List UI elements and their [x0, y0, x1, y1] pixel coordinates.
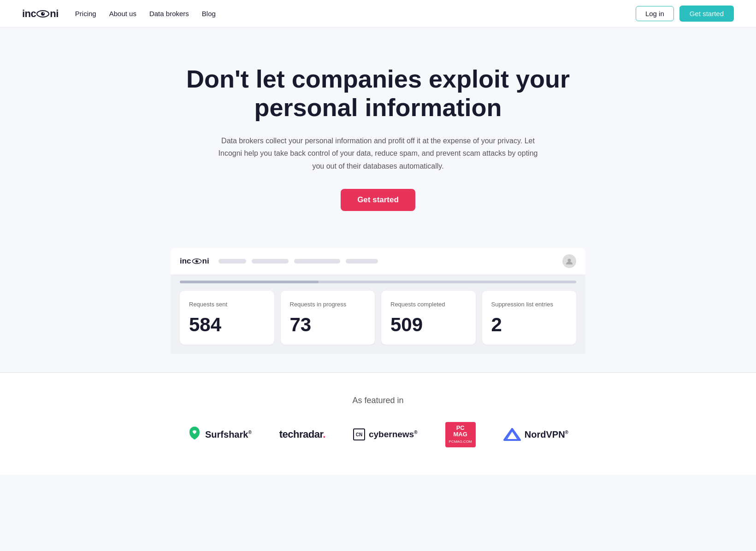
stat-card-progress: Requests in progress 73 [281, 291, 375, 345]
dash-nav-pills [219, 259, 553, 264]
nav-left: inc ni Pricing About us Data brokers Blo… [22, 8, 216, 20]
stat-value-completed: 509 [390, 315, 467, 334]
logo-surfshark: Surfshark® [188, 426, 252, 444]
nav-link-blog[interactable]: Blog [202, 10, 216, 18]
nav-links: Pricing About us Data brokers Blog [75, 10, 216, 18]
hero-cta-button[interactable]: Get started [341, 189, 415, 211]
cybernews-icon: CN [353, 428, 365, 440]
stat-card-completed: Requests completed 509 [381, 291, 476, 345]
nav-link-pricing[interactable]: Pricing [75, 10, 96, 18]
stat-label-progress: Requests in progress [290, 301, 366, 309]
stat-label-sent: Requests sent [189, 301, 265, 309]
stat-value-progress: 73 [290, 315, 366, 334]
techradar-text: techradar. [279, 428, 325, 440]
stat-card-sent: Requests sent 584 [180, 291, 274, 345]
nav-link-brokers[interactable]: Data brokers [149, 10, 189, 18]
dash-pill-3 [294, 259, 340, 264]
hero-title: Don't let companies exploit your persona… [180, 64, 576, 122]
stat-card-suppression: Suppression list entries 2 [482, 291, 577, 345]
logo[interactable]: inc ni [22, 8, 59, 20]
get-started-nav-button[interactable]: Get started [679, 6, 734, 22]
nordvpn-icon [503, 428, 521, 441]
dash-pill-2 [252, 259, 289, 264]
stat-label-completed: Requests completed [390, 301, 467, 309]
surfshark-icon [188, 426, 201, 444]
hero-subtitle: Data brokers collect your personal infor… [212, 135, 544, 172]
hero-section: Don't let companies exploit your persona… [171, 28, 585, 229]
logo-pcmag: PCMAGPCMAG.COM [445, 422, 476, 447]
featured-logos: Surfshark® techradar. CN cybernews® PCMA… [9, 422, 747, 447]
stat-label-suppression: Suppression list entries [491, 301, 567, 309]
dash-pill-4 [346, 259, 378, 264]
featured-title: As featured in [9, 396, 747, 405]
dash-pill-1 [219, 259, 246, 264]
nordvpn-text: NordVPN® [525, 429, 568, 440]
main-nav: inc ni Pricing About us Data brokers Blo… [0, 0, 756, 28]
svg-point-4 [195, 260, 198, 263]
logo-cybernews: CN cybernews® [353, 428, 418, 440]
logo-nordvpn: NordVPN® [503, 428, 568, 441]
pcmag-badge: PCMAGPCMAG.COM [445, 422, 476, 447]
dash-eye-icon [192, 258, 202, 264]
logo-techradar: techradar. [279, 428, 325, 440]
svg-point-6 [568, 258, 571, 262]
nav-link-about[interactable]: About us [109, 10, 136, 18]
svg-point-1 [41, 12, 45, 16]
dashboard-preview: inc ni Requests [171, 248, 585, 354]
surfshark-text: Surfshark® [205, 429, 252, 440]
stats-grid: Requests sent 584 Requests in progress 7… [171, 283, 585, 345]
featured-section: As featured in Surfshark® techradar. CN … [0, 373, 756, 475]
svg-point-5 [197, 260, 198, 261]
stat-value-sent: 584 [189, 315, 265, 334]
dash-topbar: inc ni [171, 248, 585, 275]
cybernews-text: cybernews® [369, 429, 418, 440]
dash-logo: inc ni [180, 257, 209, 266]
stat-value-suppression: 2 [491, 315, 567, 334]
nav-right: Log in Get started [636, 6, 734, 22]
eye-icon [36, 10, 49, 18]
dash-avatar [562, 254, 576, 268]
svg-point-2 [43, 12, 44, 13]
login-button[interactable]: Log in [636, 6, 674, 21]
